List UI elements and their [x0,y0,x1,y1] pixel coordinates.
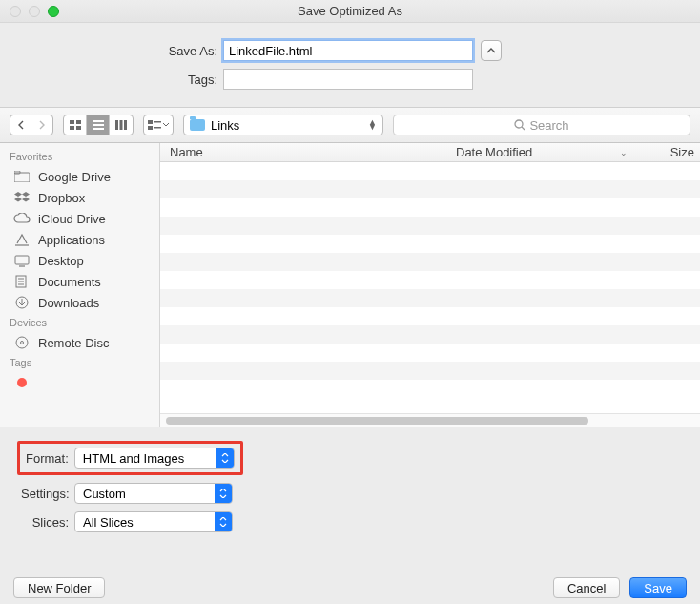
collapse-panel-button[interactable] [481,40,502,61]
svg-rect-6 [93,128,104,130]
svg-point-14 [515,120,523,128]
view-list-button[interactable] [87,115,110,135]
table-row [160,362,700,380]
svg-rect-19 [15,256,29,264]
list-icon [93,120,104,130]
sidebar-item-icloud[interactable]: iCloud Drive [0,208,159,229]
table-row [160,325,700,344]
location-popup[interactable]: Links ▲▼ [183,115,383,135]
sidebar-item-label: Downloads [38,296,99,310]
sidebar-favorites-header: Favorites [0,147,159,166]
column-name[interactable]: Name [160,145,456,159]
sidebar-item-label: Desktop [38,254,84,268]
documents-icon [13,275,31,288]
sidebar-item-applications[interactable]: Applications [0,229,159,250]
chevron-down-icon [163,123,169,127]
sidebar-item-documents[interactable]: Documents [0,271,159,292]
column-date-modified[interactable]: Date Modified⌄ [456,145,637,159]
sidebar-item-label: iCloud Drive [38,212,106,226]
table-row [160,307,700,325]
nav-back-forward [10,115,53,135]
forward-button[interactable] [31,115,52,135]
applications-icon [13,233,31,246]
svg-point-27 [21,342,24,344]
cancel-button[interactable]: Cancel [553,577,620,598]
sidebar-tags-header: Tags [0,353,159,372]
scroll-thumb[interactable] [166,417,588,425]
back-button[interactable] [10,115,31,135]
sidebar-item-label: Google Drive [38,170,111,184]
svg-rect-3 [76,126,81,130]
svg-rect-7 [115,120,118,130]
sidebar-item-label: Applications [38,233,105,247]
format-label: Format: [26,451,74,466]
search-icon [514,119,525,131]
save-options: Format: HTML and Images Settings: Custom… [0,427,700,546]
downloads-icon [13,296,31,309]
column-size[interactable]: Size [637,145,700,159]
window-title: Save Optimized As [0,4,700,18]
saveas-input[interactable] [223,40,473,61]
sidebar-item-downloads[interactable]: Downloads [0,292,159,313]
folder-icon [13,170,31,183]
format-popup[interactable]: HTML and Images [74,448,235,469]
search-placeholder: Search [529,118,568,133]
folder-icon [190,119,205,131]
file-list: Name Date Modified⌄ Size [160,143,700,427]
disc-icon [13,336,31,349]
svg-point-28 [17,378,27,387]
settings-value: Custom [83,487,126,501]
sidebar-item-tag-partial[interactable] [0,372,159,393]
settings-label: Settings: [21,487,74,501]
table-row [160,235,700,253]
sidebar-item-label: Remote Disc [38,336,109,350]
svg-rect-1 [76,120,81,124]
table-row [160,162,700,180]
chevron-up-icon [486,48,496,53]
svg-rect-0 [70,120,74,124]
svg-rect-4 [93,120,104,122]
table-row [160,180,700,198]
columns-icon [115,120,127,130]
search-field[interactable]: Search [393,115,690,135]
svg-rect-13 [154,127,161,129]
group-icon [148,120,161,130]
settings-popup[interactable]: Custom [74,483,233,504]
format-value: HTML and Images [83,451,184,466]
sidebar-item-desktop[interactable]: Desktop [0,250,159,271]
tags-input[interactable] [223,69,473,90]
sidebar: Favorites Google Drive Dropbox iCloud Dr… [0,143,160,427]
svg-rect-11 [148,126,153,130]
sidebar-devices-header: Devices [0,313,159,332]
sidebar-item-google-drive[interactable]: Google Drive [0,166,159,187]
svg-rect-5 [93,124,104,126]
slices-label: Slices: [21,515,74,530]
desktop-icon [13,254,31,267]
view-icons-button[interactable] [64,115,87,135]
save-button[interactable]: Save [629,577,687,598]
tag-dot-icon [13,376,31,389]
new-folder-button[interactable]: New Folder [13,577,105,598]
slices-popup[interactable]: All Slices [74,511,233,532]
horizontal-scrollbar[interactable] [160,413,700,427]
view-mode-segment [63,115,134,135]
svg-rect-10 [148,120,153,124]
grid-icon [70,120,81,130]
popup-arrows-icon [216,448,234,468]
svg-point-26 [16,337,28,348]
list-header: Name Date Modified⌄ Size [160,143,700,162]
tags-label: Tags: [0,73,223,87]
view-columns-button[interactable] [110,115,133,135]
format-highlight-annotation: Format: HTML and Images [17,441,243,475]
updown-arrows-icon: ▲▼ [368,120,377,130]
sidebar-item-remote-disc[interactable]: Remote Disc [0,332,159,353]
table-row [160,344,700,362]
popup-arrows-icon [215,512,232,531]
group-by-button[interactable] [143,115,174,135]
sidebar-item-dropbox[interactable]: Dropbox [0,187,159,208]
browser-toolbar: Links ▲▼ Search [0,107,700,143]
popup-arrows-icon [215,484,232,503]
slices-value: All Slices [83,515,134,530]
table-row [160,380,700,398]
sidebar-item-label: Documents [38,275,101,289]
